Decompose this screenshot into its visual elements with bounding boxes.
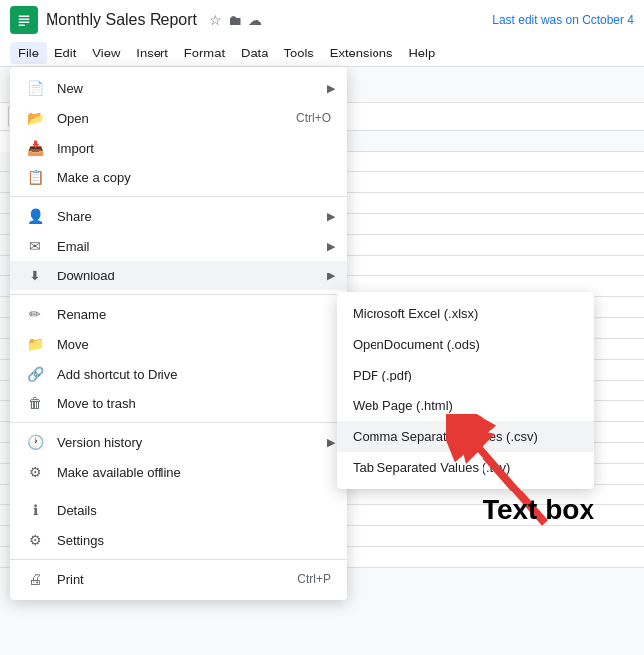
menu-details-label: Details [57,503,97,518]
menu-bar: File Edit View Insert Format Data Tools … [0,40,644,67]
download-pdf[interactable]: PDF (.pdf) [337,360,594,390]
menu-item-file[interactable]: File [10,42,47,64]
menu-email-label: Email [57,239,90,254]
download-html-label: Web Page (.html) [353,398,453,413]
sheets-logo [10,6,38,34]
download-ods-label: OpenDocument (.ods) [353,337,480,352]
title-action-icons: ☆ 🖿 ☁ [209,12,262,28]
menu-settings[interactable]: ⚙ Settings [10,525,347,555]
svg-rect-1 [19,16,30,18]
download-pdf-label: PDF (.pdf) [353,368,412,382]
open-icon: 📂 [26,110,44,126]
download-csv-label: Comma Separated Values (.csv) [353,429,538,444]
menu-import[interactable]: 📥 Import [10,133,347,163]
menu-print[interactable]: 🖨 Print Ctrl+P [10,564,347,594]
print-shortcut: Ctrl+P [297,572,331,586]
menu-trash-label: Move to trash [57,396,136,411]
menu-trash[interactable]: 🗑 Move to trash [10,388,347,418]
move-icon: 📁 [26,336,44,352]
folder-icon[interactable]: 🖿 [228,12,242,28]
menu-make-copy-label: Make a copy [57,170,131,185]
download-submenu: Microsoft Excel (.xlsx) OpenDocument (.o… [337,292,594,489]
rename-icon: ✏ [26,306,44,322]
menu-add-shortcut[interactable]: 🔗 Add shortcut to Drive [10,359,347,388]
download-html[interactable]: Web Page (.html) [337,390,594,421]
last-edit-text[interactable]: Last edit was on October 4 [492,13,634,27]
menu-open-label: Open [57,111,89,126]
copy-icon: 📋 [26,169,44,185]
menu-share[interactable]: 👤 Share [10,201,347,231]
menu-open[interactable]: 📂 Open Ctrl+O [10,103,347,133]
shortcut-icon: 🔗 [26,366,44,382]
menu-move[interactable]: 📁 Move [10,329,347,359]
menu-item-tools[interactable]: Tools [275,42,321,64]
settings-icon: ⚙ [26,532,44,548]
download-ods[interactable]: OpenDocument (.ods) [337,329,594,360]
menu-offline[interactable]: ⚙ Make available offline [10,457,347,487]
download-tsv-label: Tab Separated Values (.tsv) [353,460,510,475]
download-tsv[interactable]: Tab Separated Values (.tsv) [337,452,594,483]
details-icon: ℹ [26,502,44,518]
import-icon: 📥 [26,140,44,156]
menu-details[interactable]: ℹ Details [10,495,347,525]
download-xlsx-label: Microsoft Excel (.xlsx) [353,306,478,321]
menu-rename[interactable]: ✏ Rename [10,299,347,329]
menu-item-format[interactable]: Format [176,42,233,64]
menu-share-label: Share [57,209,92,224]
title-bar: Monthly Sales Report ☆ 🖿 ☁ Last edit was… [0,0,644,40]
menu-download-label: Download [57,269,115,283]
menu-item-extensions[interactable]: Extensions [322,42,401,64]
svg-rect-3 [19,22,30,24]
menu-email[interactable]: ✉ Email [10,231,347,261]
menu-rename-label: Rename [57,307,106,322]
document-title: Monthly Sales Report [46,11,197,29]
divider-2 [10,294,347,295]
menu-item-data[interactable]: Data [233,42,275,64]
menu-new[interactable]: 📄 New [10,73,347,103]
svg-rect-4 [19,25,25,27]
menu-make-copy[interactable]: 📋 Make a copy [10,163,347,192]
menu-settings-label: Settings [57,533,104,548]
menu-print-label: Print [57,572,84,587]
download-icon: ⬇ [26,268,44,283]
menu-offline-label: Make available offline [57,465,181,480]
menu-item-help[interactable]: Help [400,42,443,64]
file-menu-dropdown: 📄 New 📂 Open Ctrl+O 📥 Import 📋 Make a co… [10,67,347,600]
menu-new-label: New [57,81,83,96]
divider-1 [10,196,347,197]
download-xlsx[interactable]: Microsoft Excel (.xlsx) [337,298,594,329]
divider-3 [10,422,347,423]
divider-4 [10,491,347,491]
menu-move-label: Move [57,337,89,352]
divider-5 [10,559,347,560]
open-shortcut: Ctrl+O [296,111,331,125]
menu-download[interactable]: ⬇ Download [10,261,347,290]
menu-item-edit[interactable]: Edit [47,42,84,64]
cloud-icon[interactable]: ☁ [248,12,262,28]
menu-item-insert[interactable]: Insert [128,42,176,64]
download-csv[interactable]: Comma Separated Values (.csv) [337,421,594,452]
trash-icon: 🗑 [26,395,44,411]
menu-version-history-label: Version history [57,435,142,450]
svg-rect-2 [19,19,30,21]
menu-add-shortcut-label: Add shortcut to Drive [57,367,177,382]
menu-import-label: Import [57,141,94,156]
print-icon: 🖨 [26,571,44,587]
share-icon: 👤 [26,208,44,224]
new-icon: 📄 [26,80,44,96]
offline-icon: ⚙ [26,464,44,480]
menu-version-history[interactable]: 🕐 Version history [10,427,347,457]
star-icon[interactable]: ☆ [209,12,222,28]
menu-item-view[interactable]: View [84,42,128,64]
email-icon: ✉ [26,238,44,254]
history-icon: 🕐 [26,434,44,450]
